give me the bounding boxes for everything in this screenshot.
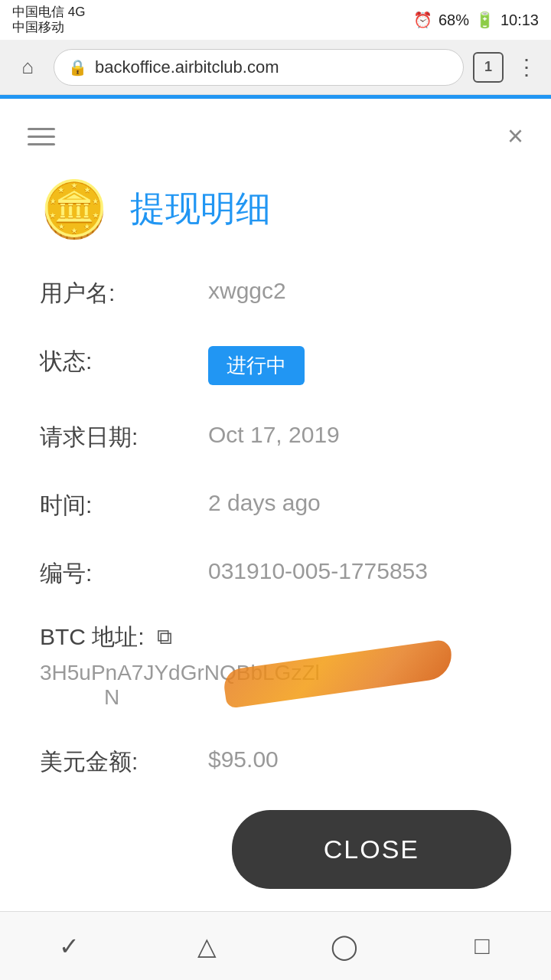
modal-nav: × [0, 99, 551, 166]
username-value: xwggc2 [208, 273, 511, 304]
amount-value: $95.00 [208, 742, 511, 773]
username-row: 用户名: xwggc2 [40, 273, 511, 309]
battery-label: 68% [439, 11, 469, 29]
btc-row: BTC 地址: ⧉ 3H5uPnA7JYdGrNQBbLGzZlxxxxxxxx… [40, 622, 511, 710]
carrier2-label: 中国移动 [12, 20, 85, 35]
hamburger-button[interactable] [28, 128, 55, 145]
id-row: 编号: 031910-005-1775853 [40, 554, 511, 590]
amount-label: 美元金额: [40, 742, 208, 778]
tab-count-button[interactable]: 1 [473, 52, 504, 83]
close-button-wrap: CLOSE [40, 810, 511, 889]
coin-icon: 🪙 [40, 181, 109, 237]
home-button[interactable]: ⌂ [11, 51, 44, 84]
modal-area: × 🪙 提现明细 用户名: xwggc2 状态: 进行中 请求日期: Oct 1… [0, 99, 551, 941]
status-label: 状态: [40, 341, 208, 377]
id-label: 编号: [40, 554, 208, 590]
status-row: 状态: 进行中 [40, 341, 511, 385]
url-bar[interactable]: 🔒 backoffice.airbitclub.com [54, 49, 464, 86]
modal-content: 🪙 提现明细 用户名: xwggc2 状态: 进行中 请求日期: Oct 17,… [0, 166, 551, 920]
time-row: 时间: 2 days ago [40, 485, 511, 521]
time-label: 10:13 [500, 11, 539, 29]
status-right: ⏰ 68% 🔋 10:13 [413, 11, 539, 29]
bottom-nav: ✓ △ ◯ □ [0, 911, 551, 980]
browser-menu-button[interactable]: ⋮ [513, 54, 540, 80]
close-button[interactable]: CLOSE [232, 810, 511, 889]
username-label: 用户名: [40, 273, 208, 309]
btc-address: 3H5uPnA7JYdGrNQBbLGzZlxxxxxxxxxxxxxxxxxx… [40, 661, 511, 710]
close-x-button[interactable]: × [507, 120, 523, 152]
time-label: 时间: [40, 485, 208, 521]
amount-row: 美元金额: $95.00 [40, 742, 511, 778]
browser-bar: ⌂ 🔒 backoffice.airbitclub.com 1 ⋮ [0, 40, 551, 95]
date-value: Oct 17, 2019 [208, 417, 511, 448]
recents-button[interactable]: □ [452, 923, 513, 969]
time-value: 2 days ago [208, 485, 511, 516]
back-button[interactable]: ✓ [38, 923, 99, 969]
alarm-icon: ⏰ [413, 11, 432, 29]
status-badge: 进行中 [208, 346, 305, 385]
copy-icon[interactable]: ⧉ [157, 625, 172, 650]
id-value: 031910-005-1775853 [208, 554, 511, 584]
status-value: 进行中 [208, 341, 511, 385]
lock-icon: 🔒 [68, 58, 87, 77]
date-label: 请求日期: [40, 417, 208, 453]
carrier1-label: 中国电信 4G [12, 5, 85, 20]
nav-back-button[interactable]: △ [176, 923, 237, 969]
modal-header: 🪙 提现明细 [40, 181, 511, 237]
btc-label: BTC 地址: [40, 622, 145, 653]
url-text: backoffice.airbitclub.com [95, 57, 279, 77]
battery-icon: 🔋 [475, 11, 494, 29]
home-nav-button[interactable]: ◯ [314, 923, 375, 969]
carrier-info: 中国电信 4G 中国移动 [12, 5, 85, 36]
modal-title: 提现明细 [130, 185, 271, 233]
status-bar: 中国电信 4G 中国移动 ⏰ 68% 🔋 10:13 [0, 0, 551, 40]
date-row: 请求日期: Oct 17, 2019 [40, 417, 511, 453]
